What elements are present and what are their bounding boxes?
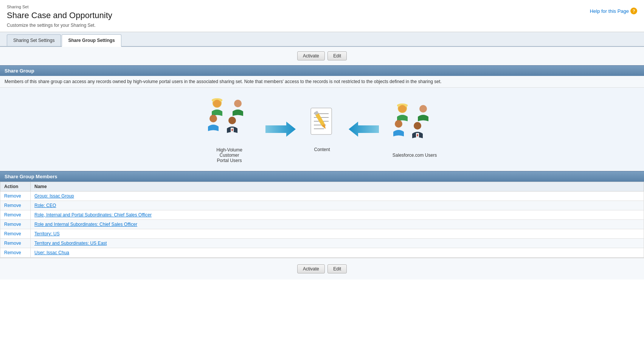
table-row: RemoveGroup: Issac Group — [0, 191, 644, 201]
table-row: RemoveUser: Issac Chua — [0, 248, 644, 258]
members-table-container: Action Name RemoveGroup: Issac GroupRemo… — [0, 182, 644, 258]
svg-point-24 — [419, 105, 427, 113]
col-action: Action — [0, 182, 31, 191]
tab-share-group-settings[interactable]: Share Group Settings — [62, 34, 121, 47]
share-group-header: Share Group — [0, 65, 644, 76]
tabs-container: Sharing Set Settings Share Group Setting… — [0, 32, 644, 47]
page-title: Share Case and Opportunity — [7, 11, 637, 20]
svg-point-25 — [395, 120, 402, 128]
content-area: Activate Edit Share Group Members of thi… — [0, 47, 644, 279]
remove-link[interactable]: Remove — [4, 250, 21, 255]
right-users-svg — [390, 100, 439, 150]
help-link[interactable]: Help for this Page ? — [590, 8, 637, 14]
arrow-right — [265, 118, 296, 140]
remove-link[interactable]: Remove — [4, 212, 21, 218]
center-label: Content — [314, 147, 330, 152]
svg-point-7 — [228, 117, 236, 124]
page-subtitle: Customize the settings for your Sharing … — [7, 23, 637, 28]
name-link[interactable]: Territory and Subordinates: US East — [34, 241, 107, 246]
diagram-inner: High-Volume CustomerPortal Users — [205, 95, 439, 163]
share-group-members-section: Share Group Members Action Name RemoveGr… — [0, 171, 644, 258]
table-row: RemoveRole and Internal Subordinates: Ch… — [0, 220, 644, 229]
svg-point-23 — [399, 105, 406, 113]
bottom-action-bar: Activate Edit — [0, 258, 644, 279]
table-header-row: Action Name — [0, 182, 644, 191]
svg-point-6 — [209, 115, 217, 122]
help-icon: ? — [630, 8, 637, 14]
share-group-members-header: Share Group Members — [0, 171, 644, 182]
name-link[interactable]: Role: CEO — [34, 203, 56, 208]
left-figure: High-Volume CustomerPortal Users — [205, 95, 254, 163]
share-group-section: Share Group Members of this share group … — [0, 65, 644, 171]
remove-link[interactable]: Remove — [4, 241, 21, 246]
left-users-svg — [205, 95, 254, 144]
top-activate-button[interactable]: Activate — [297, 51, 325, 60]
page-wrapper: Sharing Set Share Case and Opportunity C… — [0, 0, 644, 352]
svg-point-26 — [414, 122, 421, 130]
center-figure: Content — [307, 106, 337, 152]
remove-link[interactable]: Remove — [4, 193, 21, 199]
content-svg — [307, 106, 337, 144]
left-label: High-Volume CustomerPortal Users — [207, 147, 252, 163]
diagram-area: High-Volume CustomerPortal Users — [0, 88, 644, 171]
svg-point-5 — [234, 100, 242, 107]
remove-link[interactable]: Remove — [4, 203, 21, 208]
name-link[interactable]: Role, Internal and Portal Subordinates: … — [34, 212, 152, 218]
name-link[interactable]: User: Issac Chua — [34, 250, 69, 255]
svg-point-4 — [213, 100, 221, 107]
members-table: Action Name RemoveGroup: Issac GroupRemo… — [0, 182, 644, 258]
page-header: Sharing Set Share Case and Opportunity C… — [0, 0, 644, 32]
right-figure: Salesforce.com Users — [390, 100, 439, 158]
remove-link[interactable]: Remove — [4, 231, 21, 236]
table-row: RemoveRole, Internal and Portal Subordin… — [0, 210, 644, 220]
name-link[interactable]: Territory: US — [34, 231, 60, 236]
table-row: RemoveRole: CEO — [0, 201, 644, 210]
remove-link[interactable]: Remove — [4, 222, 21, 227]
share-group-description: Members of this share group can access a… — [0, 76, 644, 88]
table-row: RemoveTerritory: US — [0, 229, 644, 239]
top-edit-button[interactable]: Edit — [327, 51, 347, 60]
name-link[interactable]: Group: Issac Group — [34, 193, 74, 199]
top-action-bar: Activate Edit — [0, 47, 644, 65]
tab-sharing-set-settings[interactable]: Sharing Set Settings — [7, 34, 61, 46]
arrow-left — [349, 118, 379, 140]
help-link-text: Help for this Page — [590, 8, 629, 14]
name-link[interactable]: Role and Internal Subordinates: Chief Sa… — [34, 222, 137, 227]
bottom-activate-button[interactable]: Activate — [297, 264, 325, 273]
bottom-edit-button[interactable]: Edit — [327, 264, 347, 273]
breadcrumb: Sharing Set — [7, 5, 637, 9]
col-name: Name — [31, 182, 644, 191]
right-label: Salesforce.com Users — [393, 153, 437, 158]
table-row: RemoveTerritory and Subordinates: US Eas… — [0, 239, 644, 248]
